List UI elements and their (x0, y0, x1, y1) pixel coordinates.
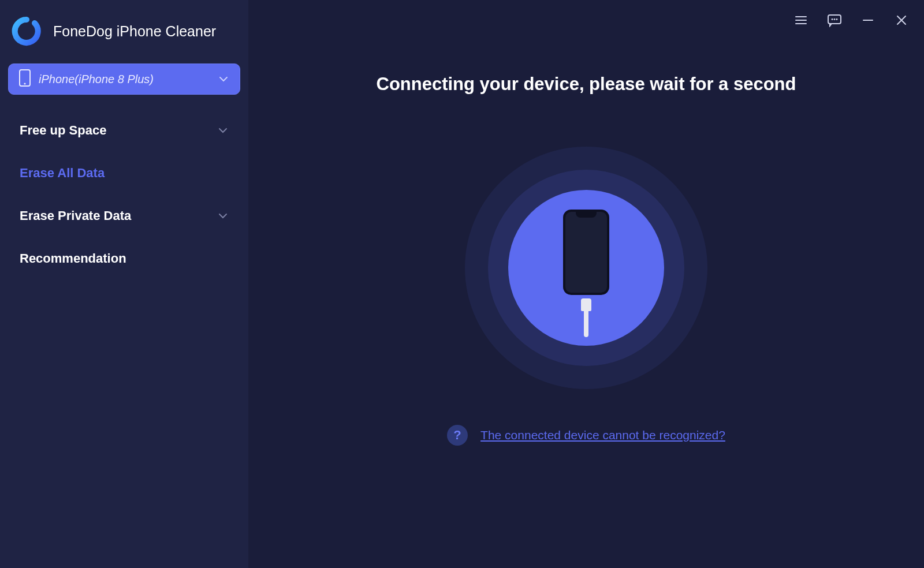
nav-item-label: Erase All Data (20, 166, 229, 181)
nav-erase-private-data[interactable]: Erase Private Data (0, 195, 248, 237)
feedback-icon[interactable] (826, 12, 843, 29)
nav-free-up-space[interactable]: Free up Space (0, 109, 248, 152)
nav-item-label: Erase Private Data (20, 208, 217, 223)
nav-erase-all-data[interactable]: Erase All Data (0, 152, 248, 195)
nav-item-label: Recommendation (20, 251, 229, 266)
close-icon[interactable] (893, 12, 910, 29)
svg-point-4 (834, 18, 836, 20)
chevron-down-icon (217, 125, 229, 136)
help-link[interactable]: The connected device cannot be recognize… (480, 428, 725, 442)
nav-recommendation[interactable]: Recommendation (0, 237, 248, 280)
app-logo-icon (12, 16, 42, 46)
menu-icon[interactable] (792, 12, 810, 29)
help-icon[interactable]: ? (447, 425, 468, 446)
app-header: FoneDog iPhone Cleaner (0, 6, 248, 63)
device-label: iPhone(iPhone 8 Plus) (39, 73, 218, 86)
chevron-down-icon (217, 210, 229, 222)
connecting-illustration (248, 147, 924, 389)
app-title: FoneDog iPhone Cleaner (53, 23, 216, 40)
svg-point-5 (836, 18, 838, 20)
connecting-heading: Connecting your device, please wait for … (248, 74, 924, 95)
sidebar: FoneDog iPhone Cleaner iPhone(iPhone 8 P… (0, 0, 248, 568)
minimize-icon[interactable] (859, 12, 877, 29)
svg-point-3 (832, 18, 833, 20)
nav-item-label: Free up Space (20, 123, 217, 138)
help-row: ? The connected device cannot be recogni… (248, 425, 924, 446)
titlebar (792, 12, 910, 29)
phone-icon (19, 69, 31, 89)
chevron-down-icon (218, 73, 229, 85)
svg-point-1 (24, 83, 25, 84)
phone-illustration-icon (563, 210, 609, 295)
cable-illustration-icon (582, 298, 590, 337)
main-panel: Connecting your device, please wait for … (248, 0, 924, 568)
device-selector[interactable]: iPhone(iPhone 8 Plus) (8, 63, 240, 95)
